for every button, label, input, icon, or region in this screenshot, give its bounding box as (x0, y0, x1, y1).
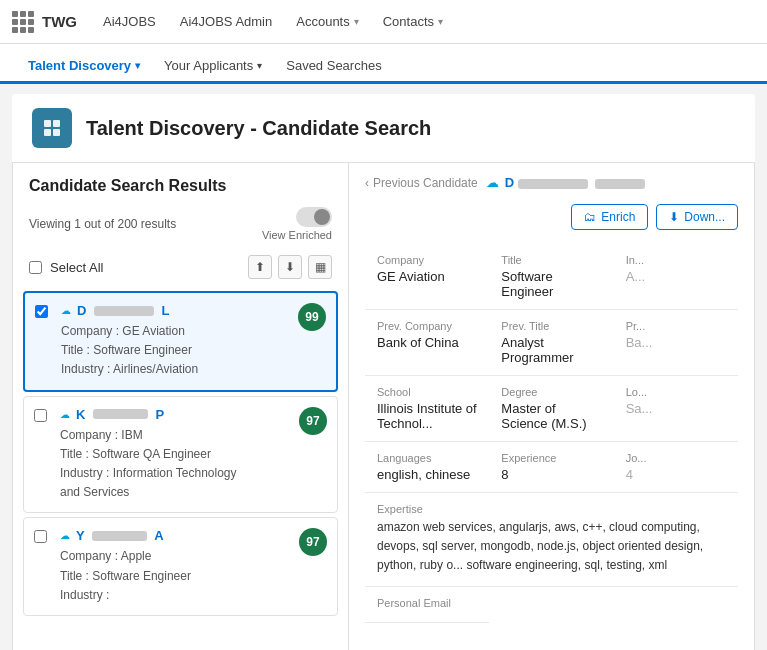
candidate-card[interactable]: ☁ D L Company : GE Aviation Title : Soft… (23, 291, 338, 392)
degree-cell: Degree Master of Science (M.S.) (489, 376, 613, 442)
salesforce-icon: ☁ (60, 530, 70, 541)
prev-industry-cell: Pr... Ba... (614, 310, 738, 376)
tab-your-applicants[interactable]: Your Applicants ▾ (152, 58, 274, 84)
left-panel: Candidate Search Results Viewing 1 out o… (13, 163, 349, 650)
main-content: Candidate Search Results Viewing 1 out o… (12, 163, 755, 650)
svg-rect-0 (44, 120, 51, 127)
detail-grid: Company GE Aviation Title Software Engin… (365, 244, 738, 623)
grid-view-icon-button[interactable]: ▦ (308, 255, 332, 279)
location-cell: Lo... Sa... (614, 376, 738, 442)
prev-company-cell: Prev. Company Bank of China (365, 310, 489, 376)
select-all-label: Select All (50, 260, 103, 275)
page-header: Talent Discovery - Candidate Search (12, 94, 755, 163)
tab-talent-discovery[interactable]: Talent Discovery ▾ (16, 58, 152, 84)
page-header-icon (32, 108, 72, 148)
talent-discovery-chevron-icon: ▾ (135, 60, 140, 71)
view-enriched-toggle[interactable] (296, 207, 332, 227)
download-icon-button[interactable]: ⬇ (278, 255, 302, 279)
your-applicants-chevron-icon: ▾ (257, 60, 262, 71)
svg-rect-2 (44, 129, 51, 136)
left-arrow-icon: ‹ (365, 176, 369, 190)
candidate-score: 97 (299, 407, 327, 435)
candidate-checkbox[interactable] (34, 530, 47, 543)
select-all-checkbox[interactable] (29, 261, 42, 274)
candidate-name: Y A (76, 528, 164, 543)
svg-rect-3 (53, 129, 60, 136)
toggle-knob (314, 209, 330, 225)
redacted-name-bar (93, 409, 148, 419)
nav-link-ai4jobs-admin[interactable]: Ai4JOBS Admin (170, 0, 283, 44)
candidate-name-header: ☁ D (486, 175, 645, 190)
candidate-details: Company : GE Aviation Title : Software E… (61, 322, 326, 380)
right-panel-nav: ‹ Previous Candidate ☁ D (365, 175, 738, 190)
candidate-card[interactable]: ☁ K P Company : IBM Title : Software QA … (23, 396, 338, 514)
candidate-checkbox[interactable] (34, 409, 47, 422)
right-panel: ‹ Previous Candidate ☁ D 🗂 Enrich ⬇ Down… (349, 163, 754, 650)
candidate-card[interactable]: ☁ Y A Company : Apple Title : Software E… (23, 517, 338, 616)
industry-cell: In... A... (614, 244, 738, 310)
salesforce-icon: ☁ (60, 409, 70, 420)
nav-link-accounts[interactable]: Accounts ▾ (286, 0, 368, 44)
view-enriched-label: View Enriched (262, 229, 332, 241)
grid-icon[interactable] (12, 11, 34, 33)
sub-navigation: Talent Discovery ▾ Your Applicants ▾ Sav… (0, 44, 767, 84)
job-count-cell: Jo... 4 (614, 442, 738, 493)
candidate-details: Company : IBM Title : Software QA Engine… (60, 426, 327, 503)
redacted-last-name-bar (595, 179, 645, 189)
salesforce-icon: ☁ (486, 175, 499, 190)
results-info-row: Viewing 1 out of 200 results View Enrich… (13, 203, 348, 251)
company-cell: Company GE Aviation (365, 244, 489, 310)
prev-title-cell: Prev. Title Analyst Programmer (489, 310, 613, 376)
languages-cell: Languages english, chinese (365, 442, 489, 493)
candidate-name-row: ☁ K P (60, 407, 327, 422)
nav-link-ai4jobs[interactable]: Ai4JOBS (93, 0, 166, 44)
select-all-row: Select All ⬆ ⬇ ▦ (13, 251, 348, 287)
view-enriched-toggle-area: View Enriched (262, 207, 332, 241)
download-icon: ⬇ (669, 210, 679, 224)
nav-links: Ai4JOBS Ai4JOBS Admin Accounts ▾ Contact… (93, 0, 453, 44)
candidate-name: D L (77, 303, 170, 318)
page-title: Talent Discovery - Candidate Search (86, 117, 431, 140)
title-cell: Title Software Engineer (489, 244, 613, 310)
experience-cell: Experience 8 (489, 442, 613, 493)
candidate-name-row: ☁ Y A (60, 528, 327, 543)
action-icons: ⬆ ⬇ ▦ (248, 255, 332, 279)
salesforce-icon: ☁ (61, 305, 71, 316)
contacts-chevron-icon: ▾ (438, 16, 443, 27)
candidate-checkbox[interactable] (35, 305, 48, 318)
candidate-details: Company : Apple Title : Software Enginee… (60, 547, 327, 605)
action-buttons: 🗂 Enrich ⬇ Down... (365, 204, 738, 230)
personal-email-cell: Personal Email (365, 587, 489, 623)
school-cell: School Illinois Institute of Technol... (365, 376, 489, 442)
candidate-name-row: ☁ D L (61, 303, 326, 318)
search-results-heading: Candidate Search Results (13, 163, 348, 203)
previous-candidate-button[interactable]: ‹ Previous Candidate (365, 176, 478, 190)
accounts-chevron-icon: ▾ (354, 16, 359, 27)
viewing-text: Viewing 1 out of 200 results (29, 217, 176, 231)
redacted-name-bar (92, 531, 147, 541)
redacted-name-bar (518, 179, 588, 189)
svg-rect-1 (53, 120, 60, 127)
expertise-cell: Expertise amazon web services, angularjs… (365, 493, 738, 587)
candidate-header-name: D (505, 175, 645, 190)
candidate-score: 99 (298, 303, 326, 331)
upload-icon-button[interactable]: ⬆ (248, 255, 272, 279)
app-logo: TWG (42, 13, 77, 30)
candidate-name: K P (76, 407, 164, 422)
nav-link-contacts[interactable]: Contacts ▾ (373, 0, 453, 44)
top-navigation: TWG Ai4JOBS Ai4JOBS Admin Accounts ▾ Con… (0, 0, 767, 44)
redacted-name-bar (94, 306, 154, 316)
tab-saved-searches[interactable]: Saved Searches (274, 58, 393, 84)
download-button[interactable]: ⬇ Down... (656, 204, 738, 230)
enrich-button[interactable]: 🗂 Enrich (571, 204, 648, 230)
enrich-icon: 🗂 (584, 210, 596, 224)
